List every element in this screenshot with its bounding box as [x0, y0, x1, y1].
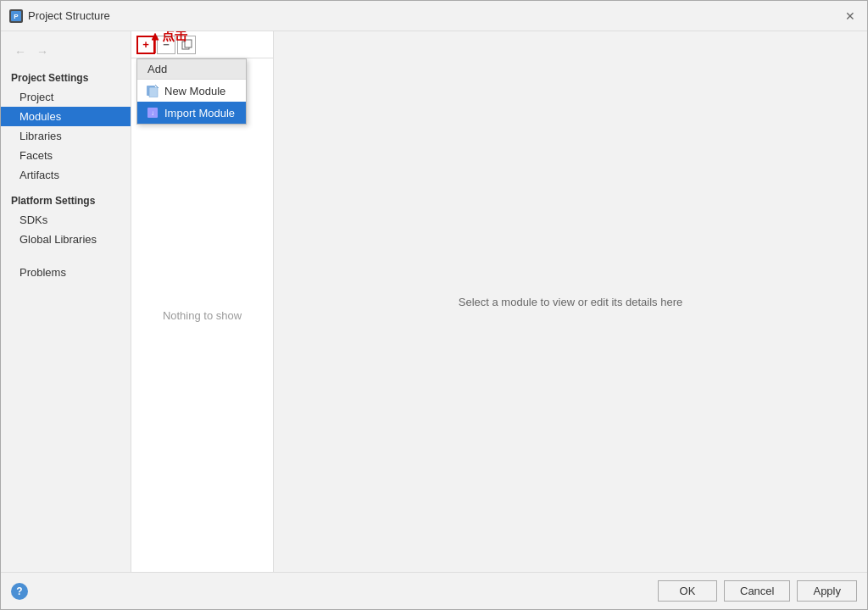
- svg-rect-4: [185, 40, 192, 47]
- sidebar-item-artifacts[interactable]: Artifacts: [1, 165, 131, 185]
- project-structure-dialog: P Project Structure ✕ ← → Project Settin…: [0, 0, 868, 610]
- sidebar-item-global-libraries[interactable]: Global Libraries: [1, 230, 131, 249]
- help-button[interactable]: ?: [11, 583, 28, 600]
- empty-state: Nothing to show: [131, 58, 273, 572]
- sidebar-item-facets[interactable]: Facets: [1, 146, 131, 165]
- content-area: ← → Project Settings Project Modules Lib…: [1, 31, 867, 572]
- sidebar-item-sdks[interactable]: SDKs: [1, 210, 131, 230]
- import-module-item[interactable]: ↓ Import Module: [137, 102, 246, 124]
- apply-button[interactable]: Apply: [797, 580, 857, 602]
- middle-panel: 点击 + − Add: [131, 31, 274, 572]
- copy-icon: [181, 39, 192, 50]
- sidebar-item-libraries[interactable]: Libraries: [1, 126, 131, 146]
- copy-button[interactable]: [177, 36, 196, 54]
- title-bar: P Project Structure ✕: [1, 1, 867, 31]
- right-panel-placeholder: Select a module to view or edit its deta…: [459, 296, 682, 308]
- sidebar-item-project[interactable]: Project: [1, 87, 131, 107]
- window-title: Project Structure: [28, 9, 842, 22]
- import-module-icon: ↓: [146, 106, 159, 119]
- close-button[interactable]: ✕: [842, 8, 859, 25]
- ok-button[interactable]: OK: [658, 580, 717, 602]
- module-toolbar: + −: [131, 31, 273, 58]
- cancel-button[interactable]: Cancel: [724, 580, 790, 602]
- add-button[interactable]: +: [136, 36, 155, 54]
- sidebar: ← → Project Settings Project Modules Lib…: [1, 31, 131, 572]
- remove-button[interactable]: −: [157, 36, 175, 54]
- project-settings-section: Project Settings: [1, 69, 131, 87]
- add-dropdown-menu: Add New Module ↓ Import Module: [136, 58, 247, 125]
- right-panel: Select a module to view or edit its deta…: [274, 31, 867, 572]
- platform-settings-section: Platform Settings: [1, 191, 131, 210]
- new-module-icon: [146, 84, 159, 97]
- forward-arrow[interactable]: →: [33, 43, 52, 60]
- nav-arrows: ← →: [1, 40, 131, 64]
- sidebar-item-problems[interactable]: Problems: [1, 263, 131, 282]
- new-module-item[interactable]: New Module: [137, 80, 246, 102]
- svg-rect-6: [149, 87, 158, 97]
- dialog-buttons: OK Cancel Apply: [658, 580, 857, 602]
- bottom-bar: ? OK Cancel Apply: [1, 572, 867, 609]
- sidebar-item-modules[interactable]: Modules: [1, 107, 131, 126]
- svg-text:↓: ↓: [151, 109, 154, 117]
- svg-text:P: P: [14, 13, 19, 20]
- app-icon: P: [9, 9, 23, 23]
- dropdown-header: Add: [137, 59, 246, 80]
- back-arrow[interactable]: ←: [11, 43, 30, 60]
